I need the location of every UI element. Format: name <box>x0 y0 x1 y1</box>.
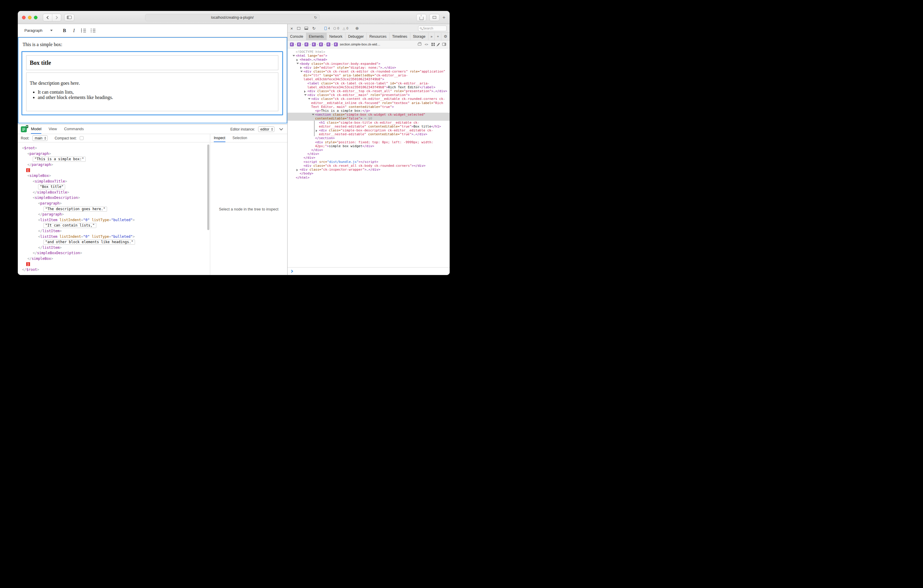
model-text-node[interactable]: "and other block elements like headings.… <box>43 240 135 245</box>
description-list-item[interactable]: It can contain lists, <box>38 89 275 95</box>
disclosure-open-icon[interactable] <box>292 55 295 56</box>
minimize-window-button[interactable] <box>28 16 31 19</box>
disclosure-open-icon[interactable] <box>301 71 303 72</box>
dom-tree-line[interactable]: <div class="ck-inspector-wrapper">…</div… <box>287 168 450 171</box>
model-tree-line[interactable]: ] <box>18 261 210 267</box>
disclosure-closed-icon[interactable] <box>296 59 298 61</box>
resources-count-badge[interactable]: 4 <box>324 26 330 30</box>
dom-tree-line[interactable]: <div class="ck ck-reset ck-editor ck-rou… <box>287 69 450 81</box>
back-button[interactable] <box>43 14 52 21</box>
dom-tree-line[interactable]: <div class="simple-box-description ck-ed… <box>287 128 450 136</box>
dom-tree-line[interactable]: </section> <box>287 136 450 140</box>
dom-tree-line[interactable]: </html> <box>287 176 450 179</box>
details-sidebar-icon[interactable] <box>442 43 446 46</box>
dom-tree-line[interactable]: <head>…</head> <box>287 57 450 62</box>
dom-tree-line[interactable]: <div class="ck ck-editor__top ck-reset_a… <box>287 89 450 93</box>
simple-box-title[interactable]: Box title <box>26 55 278 70</box>
dom-tree-line[interactable]: <section class="simple-box ck-widget ck-… <box>287 113 450 120</box>
model-tree-line[interactable]: </simpleBoxTitle> <box>18 190 210 195</box>
inspector-tab-view[interactable]: View <box>48 125 57 134</box>
add-tab-button[interactable]: + <box>435 33 441 40</box>
inspector-tab-model[interactable]: Model <box>31 125 41 134</box>
dom-tree-line[interactable]: <label class="ck ck-label ck-voice-label… <box>287 81 450 89</box>
dom-tree-line[interactable]: </div> <box>287 152 450 156</box>
model-tree-line[interactable]: </paragraph> <box>18 162 210 168</box>
page-reload-icon[interactable]: ↻ <box>314 15 317 20</box>
simple-box-widget[interactable]: Box title The description goes here. It … <box>21 51 283 115</box>
root-select[interactable]: main <box>33 135 48 141</box>
disclosure-open-icon[interactable] <box>308 98 310 100</box>
pencil-icon[interactable] <box>437 43 440 46</box>
forward-button[interactable] <box>52 14 61 21</box>
model-text-node[interactable]: "Box title" <box>38 184 65 189</box>
model-tree-line[interactable]: <paragraph> <box>18 200 210 206</box>
dom-tree-line[interactable]: <div class="ck ck-editor__main" role="pr… <box>287 93 450 97</box>
dock-bottom-icon[interactable] <box>304 27 308 30</box>
devtools-tab-elements[interactable]: Elements <box>306 33 327 40</box>
model-tree-line[interactable]: </simpleBoxDescription> <box>18 250 210 256</box>
disclosure-open-icon[interactable] <box>304 94 307 96</box>
model-tree-line[interactable]: </$root> <box>18 267 210 273</box>
editor-paragraph[interactable]: This is a simple box: <box>23 42 287 47</box>
simple-box-description[interactable]: The description goes here. It can contai… <box>26 72 278 111</box>
model-text-node[interactable]: "It can contain lists," <box>43 223 96 228</box>
disclosure-closed-icon[interactable] <box>316 130 317 132</box>
reload-button[interactable]: ↻ <box>312 26 315 30</box>
model-tree-line[interactable]: "This is a simple box:" <box>18 156 210 162</box>
element-crumb-icon[interactable]: E <box>290 43 294 46</box>
model-tree-line[interactable]: <listItem listIndent="0" listType="bulle… <box>18 217 210 223</box>
model-tree-line[interactable]: </listItem> <box>18 228 210 234</box>
dom-tree-line[interactable]: <div id="editor" style="display: none;">… <box>287 66 450 69</box>
model-tree-line[interactable]: <simpleBoxTitle> <box>18 179 210 184</box>
inspector-tab-commands[interactable]: Commands <box>64 125 84 134</box>
model-tree-line[interactable]: </simpleBox> <box>18 256 210 261</box>
compact-text-checkbox[interactable] <box>80 136 84 140</box>
element-crumb-icon[interactable]: E <box>312 43 316 46</box>
model-tree-line[interactable]: "The description goes here." <box>18 206 210 212</box>
devtools-tab-storage[interactable]: Storage <box>411 33 429 40</box>
numbered-list-button[interactable] <box>79 26 88 35</box>
model-tree-line[interactable]: </listItem> <box>18 245 210 251</box>
italic-button[interactable]: I <box>69 26 79 35</box>
code-brackets-icon[interactable]: <> <box>425 43 428 46</box>
devtools-search-input[interactable] <box>423 26 443 30</box>
disclosure-closed-icon[interactable] <box>304 90 305 93</box>
dom-tree-line[interactable]: <!DOCTYPE html> <box>287 50 450 54</box>
dom-tree-line[interactable]: <body class="ck-inspector-body-expanded"… <box>287 62 450 66</box>
devtools-tab-console[interactable]: Console <box>287 33 306 40</box>
sidebar-toggle-button[interactable] <box>64 14 74 21</box>
disclosure-closed-icon[interactable] <box>296 169 298 171</box>
devtools-settings-button[interactable]: ⚙ <box>441 33 450 40</box>
close-devtools-button[interactable]: × <box>291 26 293 31</box>
address-bar[interactable]: localhost/creating-a-plugin/ ↻ <box>145 14 320 21</box>
selected-element-crumb[interactable]: section.simple-box.ck-wid… <box>340 43 380 46</box>
model-tree-line[interactable]: <listItem listIndent="0" listType="bulle… <box>18 234 210 240</box>
devtools-tab-debugger[interactable]: Debugger <box>345 33 367 40</box>
devtools-tab-network[interactable]: Network <box>327 33 345 40</box>
devtools-tab-resources[interactable]: Resources <box>367 33 389 40</box>
detail-tab-selection[interactable]: Selection <box>233 134 247 142</box>
tab-overview-button[interactable] <box>429 14 440 21</box>
close-window-button[interactable] <box>22 16 26 19</box>
tree-scrollbar[interactable] <box>207 145 209 230</box>
element-crumb-icon[interactable]: E <box>334 43 338 46</box>
editor-instance-select[interactable]: editor <box>258 126 274 132</box>
model-tree-line[interactable]: [ <box>18 168 210 173</box>
dom-tree-line[interactable]: <script src="dist/bundle.js"></script> <box>287 160 450 164</box>
disclosure-open-icon[interactable] <box>296 63 299 64</box>
disclosure-closed-icon[interactable] <box>301 67 302 69</box>
new-tab-button[interactable]: + <box>442 14 445 21</box>
dom-tree-line[interactable]: <p>This is a simple box:</p> <box>287 109 450 113</box>
model-text-node[interactable]: "This is a simple box:" <box>33 157 85 162</box>
print-icon[interactable] <box>418 43 421 46</box>
zoom-window-button[interactable] <box>34 16 38 19</box>
dom-tree-line[interactable]: <div class="ck ck-reset_all ck-body ck-r… <box>287 164 450 168</box>
disclosure-open-icon[interactable] <box>312 114 314 115</box>
dom-tree-line[interactable]: </div> <box>287 156 450 159</box>
grid-icon[interactable] <box>432 43 435 46</box>
bold-button[interactable]: B <box>60 26 69 35</box>
description-paragraph[interactable]: The description goes here. <box>30 80 275 86</box>
model-text-node[interactable]: "The description goes here." <box>43 207 107 212</box>
model-tree-line[interactable]: <simpleBox> <box>18 173 210 179</box>
model-tree-line[interactable]: <$root> <box>18 145 210 151</box>
